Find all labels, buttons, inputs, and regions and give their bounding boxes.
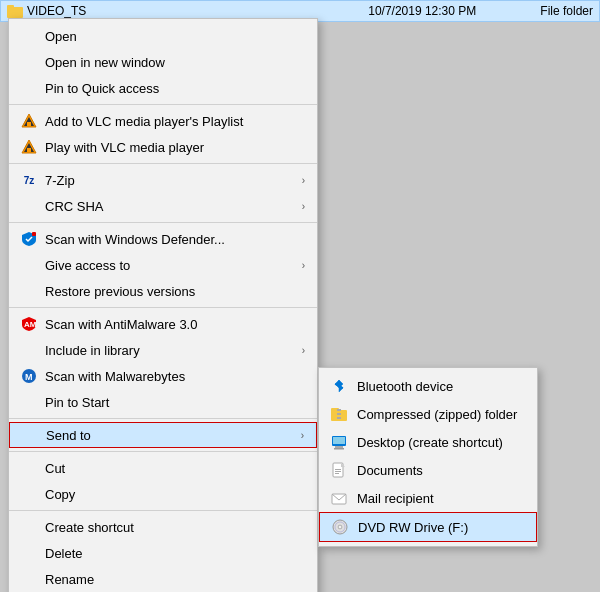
svg-rect-15 bbox=[337, 409, 341, 411]
menu-item-7zip[interactable]: 7z 7-Zip › bbox=[9, 167, 317, 193]
vlc-icon-2 bbox=[19, 137, 39, 157]
svg-rect-4 bbox=[27, 122, 31, 126]
antimalware-icon: AM bbox=[19, 314, 39, 334]
menu-label-delete: Delete bbox=[45, 546, 83, 561]
separator-7 bbox=[9, 510, 317, 511]
menu-label-give-access: Give access to bbox=[45, 258, 130, 273]
separator-3 bbox=[9, 222, 317, 223]
mail-icon bbox=[329, 488, 349, 508]
svg-rect-16 bbox=[337, 413, 341, 415]
svg-text:M: M bbox=[25, 372, 33, 382]
separator-1 bbox=[9, 104, 317, 105]
submenu-label-desktop: Desktop (create shortcut) bbox=[357, 435, 503, 450]
submenu-item-bluetooth[interactable]: Bluetooth device bbox=[319, 372, 537, 400]
arrow-7zip: › bbox=[302, 175, 305, 186]
menu-label-scan-malwarebytes: Scan with Malwarebytes bbox=[45, 369, 185, 384]
menu-item-scan-defender[interactable]: Scan with Windows Defender... bbox=[9, 226, 317, 252]
defender-icon bbox=[19, 229, 39, 249]
menu-label-copy: Copy bbox=[45, 487, 75, 502]
svg-rect-24 bbox=[335, 469, 341, 470]
submenu-item-dvd[interactable]: DVD RW Drive (F:) bbox=[319, 512, 537, 542]
menu-label-scan-defender: Scan with Windows Defender... bbox=[45, 232, 225, 247]
submenu: Bluetooth device Compressed (zipped) fol… bbox=[318, 367, 538, 547]
svg-point-30 bbox=[339, 526, 341, 528]
menu-item-crc-sha[interactable]: CRC SHA › bbox=[9, 193, 317, 219]
menu-label-play-vlc: Play with VLC media player bbox=[45, 140, 204, 155]
submenu-label-compressed: Compressed (zipped) folder bbox=[357, 407, 517, 422]
svg-rect-1 bbox=[7, 5, 14, 9]
menu-label-crc-sha: CRC SHA bbox=[45, 199, 104, 214]
menu-item-create-shortcut[interactable]: Create shortcut bbox=[9, 514, 317, 540]
menu-item-scan-antimalware[interactable]: AM Scan with AntiMalware 3.0 bbox=[9, 311, 317, 337]
menu-label-cut: Cut bbox=[45, 461, 65, 476]
file-name: VIDEO_TS bbox=[27, 4, 364, 18]
menu-label-include-library: Include in library bbox=[45, 343, 140, 358]
menu-label-7zip: 7-Zip bbox=[45, 173, 75, 188]
arrow-crc-sha: › bbox=[302, 201, 305, 212]
svg-rect-19 bbox=[335, 446, 343, 448]
svg-rect-8 bbox=[32, 232, 36, 236]
submenu-label-mail: Mail recipient bbox=[357, 491, 434, 506]
file-type: File folder bbox=[540, 4, 593, 18]
submenu-item-desktop[interactable]: Desktop (create shortcut) bbox=[319, 428, 537, 456]
submenu-label-bluetooth: Bluetooth device bbox=[357, 379, 453, 394]
menu-label-pin-start: Pin to Start bbox=[45, 395, 109, 410]
context-menu: Open Open in new window Pin to Quick acc… bbox=[8, 18, 318, 592]
menu-item-cut[interactable]: Cut bbox=[9, 455, 317, 481]
menu-label-rename: Rename bbox=[45, 572, 94, 587]
separator-2 bbox=[9, 163, 317, 164]
menu-item-pin-quick-access[interactable]: Pin to Quick access bbox=[9, 75, 317, 101]
menu-item-give-access[interactable]: Give access to › bbox=[9, 252, 317, 278]
desktop-icon bbox=[329, 432, 349, 452]
menu-label-restore-versions: Restore previous versions bbox=[45, 284, 195, 299]
folder-icon bbox=[7, 3, 23, 19]
separator-5 bbox=[9, 418, 317, 419]
arrow-include-library: › bbox=[302, 345, 305, 356]
arrow-send-to: › bbox=[301, 430, 304, 441]
svg-rect-20 bbox=[334, 448, 344, 450]
submenu-item-documents[interactable]: Documents bbox=[319, 456, 537, 484]
svg-text:AM: AM bbox=[24, 320, 37, 329]
menu-item-add-vlc-playlist[interactable]: Add to VLC media player's Playlist bbox=[9, 108, 317, 134]
bluetooth-icon bbox=[329, 376, 349, 396]
dvd-icon bbox=[330, 517, 350, 537]
file-date: 10/7/2019 12:30 PM bbox=[368, 4, 476, 18]
menu-item-restore-versions[interactable]: Restore previous versions bbox=[9, 278, 317, 304]
submenu-label-documents: Documents bbox=[357, 463, 423, 478]
menu-label-scan-antimalware: Scan with AntiMalware 3.0 bbox=[45, 317, 197, 332]
submenu-item-compressed[interactable]: Compressed (zipped) folder bbox=[319, 400, 537, 428]
menu-label-open: Open bbox=[45, 29, 77, 44]
malwarebytes-icon: M bbox=[19, 366, 39, 386]
menu-item-delete[interactable]: Delete bbox=[9, 540, 317, 566]
submenu-label-dvd: DVD RW Drive (F:) bbox=[358, 520, 468, 535]
svg-rect-21 bbox=[333, 437, 345, 444]
svg-rect-17 bbox=[337, 417, 341, 419]
vlc-icon-1 bbox=[19, 111, 39, 131]
svg-rect-7 bbox=[27, 148, 31, 152]
menu-item-play-vlc[interactable]: Play with VLC media player bbox=[9, 134, 317, 160]
menu-item-include-library[interactable]: Include in library › bbox=[9, 337, 317, 363]
separator-6 bbox=[9, 451, 317, 452]
menu-item-open[interactable]: Open bbox=[9, 23, 317, 49]
7zip-icon: 7z bbox=[19, 170, 39, 190]
menu-item-pin-start[interactable]: Pin to Start bbox=[9, 389, 317, 415]
menu-item-send-to[interactable]: Send to › bbox=[9, 422, 317, 448]
menu-item-scan-malwarebytes[interactable]: M Scan with Malwarebytes bbox=[9, 363, 317, 389]
menu-label-open-new-window: Open in new window bbox=[45, 55, 165, 70]
menu-label-pin-quick-access: Pin to Quick access bbox=[45, 81, 159, 96]
menu-item-copy[interactable]: Copy bbox=[9, 481, 317, 507]
separator-4 bbox=[9, 307, 317, 308]
menu-item-rename[interactable]: Rename bbox=[9, 566, 317, 592]
zip-icon bbox=[329, 404, 349, 424]
menu-label-add-vlc-playlist: Add to VLC media player's Playlist bbox=[45, 114, 243, 129]
menu-label-send-to: Send to bbox=[46, 428, 91, 443]
documents-icon bbox=[329, 460, 349, 480]
menu-item-open-new-window[interactable]: Open in new window bbox=[9, 49, 317, 75]
arrow-give-access: › bbox=[302, 260, 305, 271]
svg-rect-26 bbox=[335, 473, 339, 474]
svg-rect-25 bbox=[335, 471, 341, 472]
submenu-item-mail[interactable]: Mail recipient bbox=[319, 484, 537, 512]
menu-label-create-shortcut: Create shortcut bbox=[45, 520, 134, 535]
